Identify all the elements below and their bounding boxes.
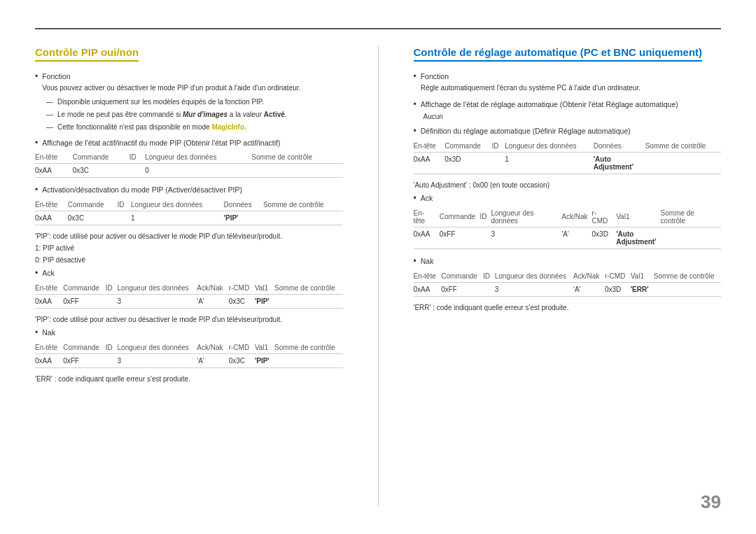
left-title: Contrôle PIP oui/non	[35, 46, 343, 71]
right-section-title: Contrôle de réglage automatique (PC et B…	[414, 46, 703, 62]
table-row: 0xAA 0x3D 1 'AutoAdjustment'	[414, 153, 722, 174]
table-row: 0xAA 0xFF 3 'A' 0x3C 'PIP'	[35, 353, 343, 367]
left-table4: En-tête Commande ID Longueur des données…	[35, 342, 343, 368]
pip-note2: 1: PIP activé	[35, 244, 343, 252]
left-table2: En-tête Commande ID Longueur des données…	[35, 199, 343, 225]
right-title: Contrôle de réglage automatique (PC et B…	[414, 46, 722, 71]
note1-line: — Disponible uniquement sur les modèles …	[35, 97, 343, 107]
right-table3: En-tête Commande ID Longueur des données…	[414, 270, 722, 297]
right-err-note: 'ERR' : code indiquant quelle erreur s'e…	[414, 304, 722, 311]
left-section2-bullet: • Activation/désactivation du mode PIP (…	[35, 185, 343, 196]
pip-note3: 0: PIP désactivé	[35, 256, 343, 264]
auto-adj-note: 'Auto Adjustment' : 0x00 (en toute occas…	[414, 181, 722, 189]
left-column: Contrôle PIP oui/non • Fonction Vous pou…	[35, 46, 343, 506]
left-section1-bullet: • Affichage de l'état actif/inactif du m…	[35, 138, 343, 149]
right-ack-bullet: • Ack	[414, 193, 722, 204]
table-row: 0xAA 0x3C 1 'PIP'	[35, 211, 343, 225]
right-table2: En-tête Commande ID Longueur des données…	[414, 207, 722, 249]
left-section-title: Contrôle PIP oui/non	[35, 46, 139, 62]
note2-line: — Le mode ne peut pas être commandé si M…	[35, 109, 343, 120]
pip-note4: 'PIP': code utilisé pour activer ou désa…	[35, 316, 343, 323]
table-row: 0xAA 0xFF 3 'A' 0x3C 'PIP'	[35, 294, 343, 308]
left-err-note: 'ERR' : code indiquant quelle erreur s'e…	[35, 375, 343, 383]
pip-note1: 'PIP': code utilisé pour activer ou désa…	[35, 232, 343, 240]
right-section2-bullet: • Définition du réglage automatique (Déf…	[414, 126, 722, 137]
note3-line: — Cette fonctionnalité n'est pas disponi…	[35, 122, 343, 132]
page: Contrôle PIP oui/non • Fonction Vous pou…	[0, 0, 756, 534]
bullet-dot-1: •	[35, 72, 38, 80]
left-intro-label: Fonction Vous pouvez activer ou désactiv…	[42, 71, 342, 94]
left-table1: En-tête Commande ID Longueur des données…	[35, 151, 343, 178]
left-table3: En-tête Commande ID Longueur des données…	[35, 282, 343, 309]
right-column: Contrôle de réglage automatique (PC et B…	[414, 46, 722, 506]
left-ack-bullet: • Ack	[35, 268, 343, 279]
right-section1-sub: Aucun	[414, 113, 722, 120]
top-divider	[35, 28, 721, 29]
left-intro-bullet: • Fonction Vous pouvez activer ou désact…	[35, 71, 343, 94]
page-number: 39	[701, 491, 721, 513]
table-row: 0xAA 0xFF 3 'A' 0x3D 'AutoAdjustment'	[414, 227, 722, 248]
table-row: 0xAA 0xFF 3 'A' 0x3D 'ERR'	[414, 282, 722, 296]
vertical-divider	[378, 46, 379, 506]
right-intro-bullet: • Fonction Règle automatiquement l'écran…	[414, 71, 722, 94]
left-nak-bullet: • Nak	[35, 328, 343, 339]
right-table1: En-tête Commande ID Longueur des données…	[414, 140, 722, 174]
content-area: Contrôle PIP oui/non • Fonction Vous pou…	[35, 46, 721, 506]
right-nak-bullet: • Nak	[414, 256, 722, 267]
table-row: 0xAA 0x3C 0	[35, 164, 343, 178]
right-section1-bullet: • Affichage de l'état de réglage automat…	[414, 99, 722, 111]
